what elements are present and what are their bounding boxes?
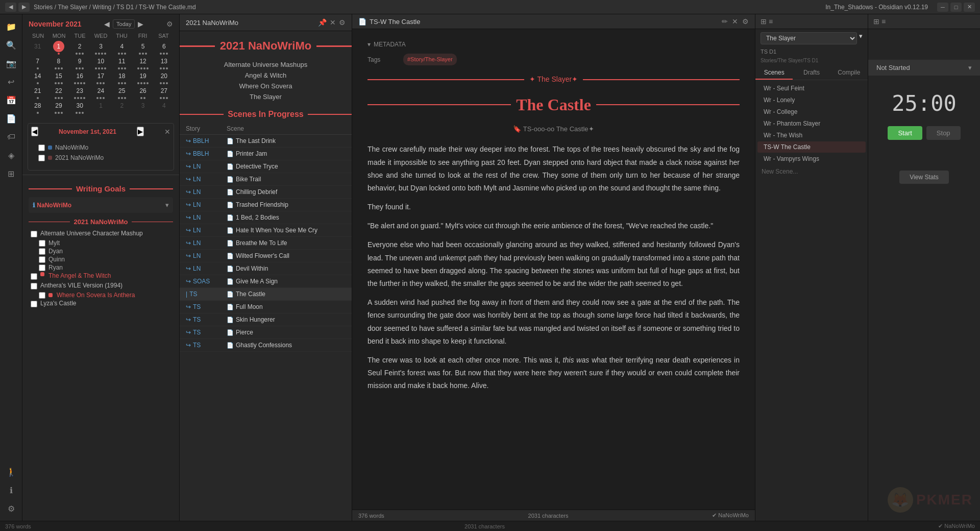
outline-scene-the-wish[interactable]: Wr - The Wish bbox=[757, 130, 866, 141]
outline-scene-seul-feint[interactable]: Wr - Seul Feint bbox=[757, 83, 866, 94]
goal-au-checkbox[interactable] bbox=[31, 231, 37, 237]
goal-sovera-checkbox[interactable] bbox=[39, 292, 45, 299]
maximize-button[interactable]: □ bbox=[950, 3, 962, 12]
tag-2021-checkbox[interactable] bbox=[38, 155, 45, 161]
scene-row-breathe[interactable]: ↪ LN 📄 Breathe Me To Life bbox=[180, 237, 352, 250]
scene-row-full-moon[interactable]: ↪ TS 📄 Full Moon bbox=[180, 301, 352, 313]
goal-sovera-link[interactable]: Where On Sovera Is Anthera bbox=[57, 292, 135, 299]
goal-mylt[interactable]: Mylt bbox=[31, 238, 171, 247]
goal-ryan[interactable]: Ryan bbox=[31, 263, 171, 271]
nav-buttons[interactable]: ◀ ▶ bbox=[5, 3, 30, 12]
tab-compile[interactable]: Compile bbox=[830, 66, 868, 80]
cal-day-7[interactable]: 7 bbox=[28, 56, 47, 69]
camera-icon-button[interactable]: 📷 bbox=[3, 55, 19, 71]
project-link-angel[interactable]: Angel & Witch bbox=[245, 71, 287, 79]
editor-edit-button[interactable]: ✏ bbox=[722, 17, 728, 26]
nav-forward-button[interactable]: ▶ bbox=[18, 3, 30, 12]
scenes-pin-button[interactable]: 📌 bbox=[318, 18, 327, 27]
graph-icon-button[interactable]: ◈ bbox=[3, 147, 19, 163]
cal-day-next-3[interactable]: 3 bbox=[133, 100, 153, 114]
outline-scene-phantom-slayer[interactable]: Wr - Phantom Slayer bbox=[757, 118, 866, 129]
cal-day-next-1[interactable]: 1 bbox=[91, 100, 111, 114]
calendar-icon-button[interactable]: 📅 bbox=[3, 92, 19, 108]
minimize-button[interactable]: ─ bbox=[937, 3, 948, 12]
pomodoro-start-button[interactable]: Start bbox=[888, 126, 922, 140]
tag-nanowrimo-checkbox[interactable] bbox=[38, 144, 45, 151]
editor-close-button[interactable]: ✕ bbox=[732, 17, 738, 26]
scene-row-1bed-2bodies[interactable]: ↪ LN 📄 1 Bed, 2 Bodies bbox=[180, 211, 352, 224]
goal-where-sovera[interactable]: Where On Sovera Is Anthera bbox=[31, 291, 171, 299]
scene-row-chilling-debrief[interactable]: ↪ LN 📄 Chilling Debrief bbox=[180, 186, 352, 199]
scene-row-bike-trail[interactable]: ↪ LN 📄 Bike Trail bbox=[180, 173, 352, 186]
goal-anthera[interactable]: Anthera's VILE Version (1994) bbox=[31, 281, 171, 291]
outline-scene-lonely[interactable]: Wr - Lonely bbox=[757, 94, 866, 106]
cal-day-28[interactable]: 28 bbox=[28, 100, 47, 114]
tag-icon-button[interactable]: 🏷 bbox=[3, 129, 19, 145]
goal-angel-checkbox[interactable] bbox=[31, 273, 37, 280]
outline-settings-button[interactable]: ≡ bbox=[769, 17, 773, 26]
mini-cal-prev[interactable]: ◀ bbox=[31, 127, 38, 136]
tag-nanowrimo[interactable]: NaNoWriMo bbox=[36, 142, 165, 153]
project-link-au[interactable]: Alternate Universe Mashups bbox=[224, 61, 307, 68]
cal-day-11[interactable]: 11 bbox=[112, 56, 132, 69]
cal-day-29[interactable]: 29 bbox=[48, 100, 68, 114]
calendar-nav[interactable]: ◀ Today ▶ bbox=[104, 19, 143, 29]
scene-row-printer-jam[interactable]: ↪ BBLH 📄 Printer Jam bbox=[180, 148, 352, 160]
cal-day-4[interactable]: 4 bbox=[112, 41, 132, 55]
pomodoro-stop-button[interactable]: Stop bbox=[926, 126, 961, 140]
cal-day-20[interactable]: 20 bbox=[154, 70, 174, 84]
cal-day-22[interactable]: 22 bbox=[48, 85, 68, 99]
metadata-tag-value[interactable]: #Story/The-Slayer bbox=[403, 54, 457, 65]
goal-quinn-checkbox[interactable] bbox=[39, 256, 45, 263]
tab-scenes[interactable]: Scenes bbox=[755, 66, 793, 80]
cal-day-12[interactable]: 12 bbox=[133, 56, 153, 69]
cal-day-21[interactable]: 21 bbox=[28, 85, 47, 99]
stats-grid-button[interactable]: ⊞ bbox=[873, 17, 879, 26]
outline-new-scene[interactable]: New Scene... bbox=[755, 165, 868, 178]
goal-quinn[interactable]: Quinn bbox=[31, 255, 171, 263]
cal-day-3[interactable]: 3 bbox=[91, 41, 111, 55]
cal-day-1[interactable]: 1 bbox=[48, 41, 68, 55]
close-button[interactable]: ✕ bbox=[964, 3, 975, 12]
scene-row-trashed-friendship[interactable]: ↪ LN 📄 Trashed Friendship bbox=[180, 199, 352, 211]
cal-day-16[interactable]: 16 bbox=[70, 70, 90, 84]
nav-back-button[interactable]: ◀ bbox=[5, 3, 16, 12]
search-icon-button[interactable]: 🔍 bbox=[3, 37, 19, 53]
scenes-close-button[interactable]: ✕ bbox=[330, 18, 336, 27]
scene-row-detective-tryce[interactable]: ↪ LN 📄 Detective Tryce bbox=[180, 160, 352, 173]
cal-day-next-4[interactable]: 4 bbox=[154, 100, 174, 114]
cal-day-5[interactable]: 5 bbox=[133, 41, 153, 55]
info-icon-button[interactable]: ℹ bbox=[3, 482, 19, 498]
cal-day-24[interactable]: 24 bbox=[91, 85, 111, 99]
cal-day-15[interactable]: 15 bbox=[48, 70, 68, 84]
panel-icon-button[interactable]: ⊞ bbox=[3, 165, 19, 182]
scene-row-the-castle[interactable]: | TS 📄 The Castle bbox=[180, 288, 352, 301]
cal-day-18[interactable]: 18 bbox=[112, 70, 132, 84]
cal-day-13[interactable]: 13 bbox=[154, 56, 174, 69]
stats-header-actions[interactable]: ⊞ ≡ bbox=[873, 17, 886, 26]
goal-lyza[interactable]: Lyza's Castle bbox=[31, 299, 171, 308]
cal-day-26[interactable]: 26 bbox=[133, 85, 153, 99]
mini-cal-close-button[interactable]: ✕ bbox=[164, 128, 170, 136]
calendar-settings-icon[interactable]: ⚙ bbox=[166, 20, 173, 28]
goal-anthera-checkbox[interactable] bbox=[31, 283, 37, 289]
scenes-settings-button[interactable]: ⚙ bbox=[339, 18, 346, 27]
pomodoro-chevron-icon[interactable]: ▾ bbox=[968, 64, 972, 71]
cal-day-9[interactable]: 9 bbox=[70, 56, 90, 69]
cal-day-31[interactable]: 31 bbox=[28, 41, 47, 55]
cal-day-27[interactable]: 27 bbox=[154, 85, 174, 99]
calendar-today-button[interactable]: Today bbox=[113, 19, 135, 29]
scene-row-devil-within[interactable]: ↪ LN 📄 Devil Within bbox=[180, 262, 352, 275]
metadata-collapse[interactable]: ▾ METADATA bbox=[368, 39, 740, 50]
folder-icon-button[interactable]: 📁 bbox=[3, 18, 19, 35]
scene-row-pierce[interactable]: ↪ TS 📄 Pierce bbox=[180, 326, 352, 339]
editor-content[interactable]: ▾ METADATA Tags #Story/The-Slayer ✦ The … bbox=[352, 29, 755, 510]
cal-day-25[interactable]: 25 bbox=[112, 85, 132, 99]
editor-settings-button[interactable]: ⚙ bbox=[742, 17, 749, 26]
project-link-sovera[interactable]: Where On Sovera bbox=[239, 82, 292, 90]
scene-row-wilted[interactable]: ↪ LN 📄 Wilted Flower's Call bbox=[180, 250, 352, 262]
cal-day-14[interactable]: 14 bbox=[28, 70, 47, 84]
editor-body[interactable]: The crew carefully made their way deeper… bbox=[368, 143, 740, 392]
goal-dyan[interactable]: Dyan bbox=[31, 247, 171, 255]
cal-day-19[interactable]: 19 bbox=[133, 70, 153, 84]
